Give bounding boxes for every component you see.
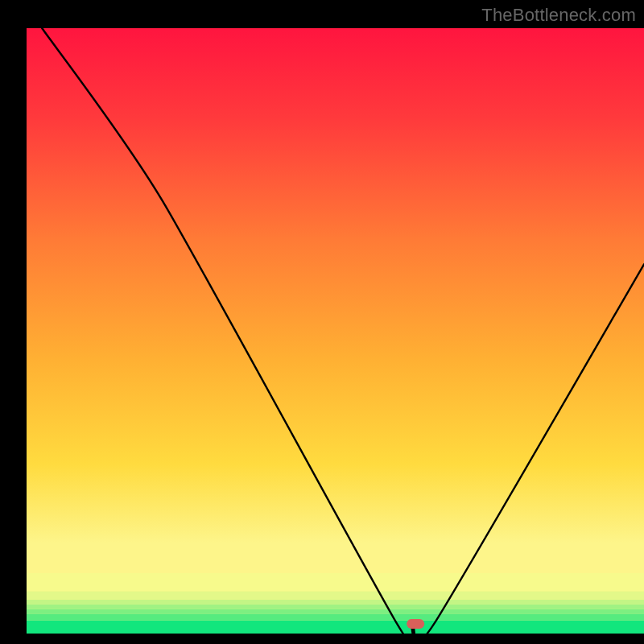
- svg-rect-7: [27, 543, 644, 573]
- bottom-bands: [27, 543, 644, 634]
- svg-rect-5: [27, 591, 644, 600]
- svg-rect-0: [27, 620, 644, 634]
- optimal-marker: [407, 619, 424, 629]
- bottleneck-chart: TheBottleneck.com: [0, 0, 644, 644]
- svg-rect-6: [27, 573, 644, 592]
- svg-rect-1: [27, 614, 644, 621]
- watermark-text: TheBottleneck.com: [481, 5, 636, 26]
- svg-rect-2: [27, 609, 644, 614]
- svg-rect-4: [27, 600, 644, 605]
- chart-svg: [0, 0, 644, 644]
- svg-rect-3: [27, 605, 644, 609]
